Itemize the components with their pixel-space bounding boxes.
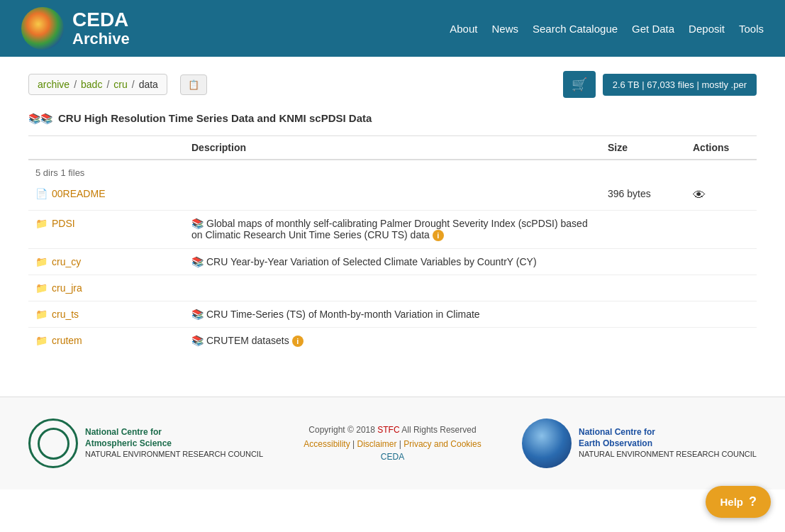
- desc-text: CRU Time-Series (TS) of Month-by-month V…: [206, 309, 480, 320]
- logo-text: CEDA Archive: [72, 9, 130, 48]
- ncas-text: National Centre forAtmospheric Science N…: [85, 427, 263, 459]
- nav-tools[interactable]: Tools: [739, 23, 764, 35]
- nav-search-catalogue[interactable]: Search Catalogue: [533, 23, 618, 35]
- book-icon: 📚📚: [28, 113, 52, 124]
- copy-path-button[interactable]: 📋: [180, 74, 207, 95]
- col-actions: Actions: [686, 136, 757, 160]
- file-actions-cell: 👁: [686, 181, 757, 211]
- privacy-link[interactable]: Privacy and Cookies: [403, 439, 481, 449]
- nav-deposit[interactable]: Deposit: [689, 23, 725, 35]
- file-link[interactable]: cru_jra: [52, 282, 82, 294]
- ceda-logo-icon: [21, 7, 64, 50]
- footer-links: Accessibility | Disclaimer | Privacy and…: [304, 439, 481, 449]
- footer-center: Copyright © 2018 STFC All Rights Reserve…: [304, 425, 481, 462]
- desc-book-icon: 📚: [191, 335, 204, 346]
- table-row: 📁crutem📚CRUTEM datasetsi: [28, 328, 757, 355]
- nceo-title: National Centre forEarth Observation: [579, 427, 757, 449]
- nceo-text: National Centre forEarth Observation NAT…: [579, 427, 757, 459]
- file-link[interactable]: cru_ts: [52, 309, 79, 320]
- breadcrumb-archive[interactable]: archive: [38, 79, 69, 90]
- breadcrumb-badc[interactable]: badc: [81, 79, 102, 90]
- file-link[interactable]: PDSI: [52, 218, 75, 229]
- file-size-cell: [601, 328, 686, 355]
- main-content: archive / badc / cru / data 📋 🛒 2.6 TB |…: [0, 57, 785, 368]
- file-actions-cell: [686, 328, 757, 355]
- table-row: 📄00README396 bytes👁: [28, 181, 757, 211]
- table-row: 📁cru_cy📚CRU Year-by-Year Variation of Se…: [28, 249, 757, 275]
- desc-book-icon: 📚: [191, 309, 204, 320]
- nceo-logo-area: National Centre forEarth Observation NAT…: [522, 419, 757, 468]
- logo-area: CEDA Archive: [21, 7, 130, 50]
- site-header: CEDA Archive About News Search Catalogue…: [0, 0, 785, 57]
- file-icon: 📄: [35, 188, 48, 199]
- desc-text: CRU Year-by-Year Variation of Selected C…: [206, 256, 537, 267]
- file-name-cell: 📁crutem: [28, 328, 184, 355]
- table-summary: 5 dirs 1 files: [28, 160, 757, 181]
- breadcrumb-sep-3: /: [132, 79, 135, 90]
- info-icon[interactable]: i: [433, 230, 444, 241]
- ncas-logo-area: National Centre forAtmospheric Science N…: [28, 419, 263, 468]
- file-name-cell: 📁cru_cy: [28, 249, 184, 275]
- breadcrumb-cru[interactable]: cru: [113, 79, 127, 90]
- file-table: 5 dirs 1 files Description Size Actions …: [28, 135, 757, 354]
- file-table-body: 📄00README396 bytes👁📁PDSI📚Global maps of …: [28, 181, 757, 354]
- footer-ceda-link-wrap: CEDA: [304, 452, 481, 462]
- file-name-cell: 📄00README: [28, 181, 184, 211]
- file-desc-cell: 📚CRU Time-Series (TS) of Month-by-month …: [184, 301, 601, 328]
- cart-area: 🛒 2.6 TB | 67,033 files | mostly .per: [563, 71, 757, 98]
- breadcrumb-sep-2: /: [106, 79, 109, 90]
- ncas-logo-icon: [28, 419, 78, 468]
- file-link[interactable]: 00README: [52, 188, 105, 199]
- add-to-cart-button[interactable]: 🛒: [563, 71, 596, 98]
- file-actions-cell: [686, 301, 757, 328]
- file-size-cell: [601, 301, 686, 328]
- info-icon[interactable]: i: [292, 336, 304, 347]
- breadcrumb-bar: archive / badc / cru / data 📋 🛒 2.6 TB |…: [28, 71, 757, 98]
- nav-get-data[interactable]: Get Data: [632, 23, 674, 35]
- table-header: Description Size Actions: [28, 136, 757, 160]
- file-link[interactable]: cru_cy: [52, 256, 81, 267]
- nceo-logo-icon: [522, 419, 572, 468]
- table-row: 📁PDSI📚Global maps of monthly self-calibr…: [28, 211, 757, 249]
- breadcrumb-current: data: [139, 79, 158, 90]
- file-desc-cell: 📚Global maps of monthly self-calibrating…: [184, 211, 601, 249]
- folder-icon: 📁: [35, 218, 48, 229]
- view-icon[interactable]: 👁: [693, 188, 706, 202]
- file-size-cell: [601, 275, 686, 301]
- ncas-subtitle: NATURAL ENVIRONMENT RESEARCH COUNCIL: [85, 449, 263, 459]
- desc-book-icon: 📚: [191, 218, 204, 229]
- file-name-cell: 📁cru_ts: [28, 301, 184, 328]
- breadcrumb-sep-1: /: [74, 79, 77, 90]
- logo-ceda: CEDA: [72, 9, 130, 31]
- folder-icon: 📁: [35, 282, 48, 294]
- file-name-cell: 📁PDSI: [28, 211, 184, 249]
- file-desc-cell: [184, 181, 601, 211]
- nceo-subtitle: NATURAL ENVIRONMENT RESEARCH COUNCIL: [579, 449, 757, 459]
- table-row: 📁cru_jra: [28, 275, 757, 301]
- table-row: 📁cru_ts📚CRU Time-Series (TS) of Month-by…: [28, 301, 757, 328]
- folder-icon: 📁: [35, 309, 48, 320]
- nav-about[interactable]: About: [450, 23, 477, 35]
- ceda-footer-link[interactable]: CEDA: [381, 452, 404, 462]
- copyright-text: Copyright © 2018 STFC All Rights Reserve…: [304, 425, 481, 435]
- disclaimer-link[interactable]: Disclaimer: [357, 439, 396, 449]
- col-size: Size: [601, 136, 686, 160]
- file-size-cell: [601, 249, 686, 275]
- file-link[interactable]: crutem: [52, 335, 82, 346]
- nav-news[interactable]: News: [491, 23, 518, 35]
- desc-book-icon: 📚: [191, 256, 204, 267]
- folder-icon: 📁: [35, 335, 48, 346]
- file-actions-cell: [686, 249, 757, 275]
- site-footer: National Centre forAtmospheric Science N…: [0, 397, 785, 489]
- ncas-title: National Centre forAtmospheric Science: [85, 427, 263, 449]
- file-desc-cell: 📚CRU Year-by-Year Variation of Selected …: [184, 249, 601, 275]
- logo-archive: Archive: [72, 31, 130, 48]
- col-name: [28, 136, 184, 160]
- stfc-link[interactable]: STFC: [377, 425, 399, 435]
- accessibility-link[interactable]: Accessibility: [304, 439, 350, 449]
- desc-text: Global maps of monthly self-calibrating …: [191, 218, 588, 240]
- breadcrumb: archive / badc / cru / data: [28, 74, 167, 95]
- file-desc-cell: [184, 275, 601, 301]
- col-description: Description: [184, 136, 601, 160]
- file-actions-cell: [686, 211, 757, 249]
